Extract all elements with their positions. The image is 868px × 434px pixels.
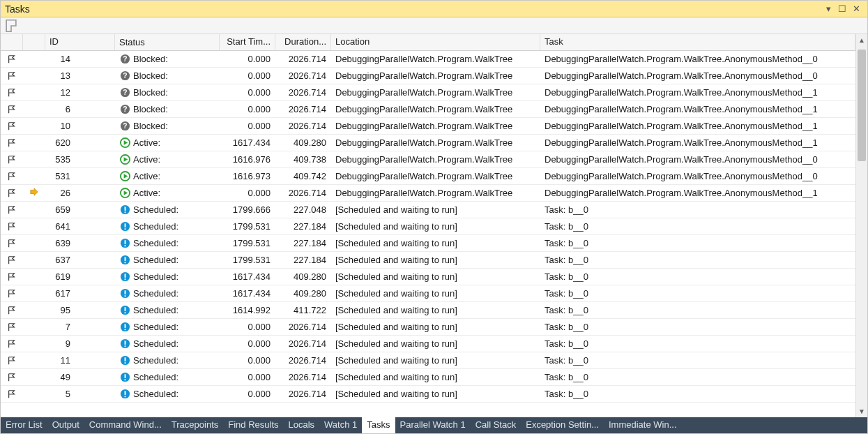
table-row[interactable]: 49Scheduled:0.0002026.714[Scheduled and … (1, 369, 855, 386)
table-row[interactable]: 531Active:1616.973409.742DebuggingParall… (1, 168, 855, 185)
table-row[interactable]: 619Scheduled:1617.434409.280[Scheduled a… (1, 269, 855, 285)
flag-icon[interactable] (1, 54, 23, 64)
table-row[interactable]: 620Active:1617.434409.280DebuggingParall… (1, 135, 855, 151)
tab-output[interactable]: Output (47, 417, 84, 433)
svg-marker-13 (123, 157, 128, 162)
flag-icon[interactable] (1, 172, 23, 181)
tab-locals[interactable]: Locals (284, 417, 320, 433)
tab-find-results[interactable]: Find Results (223, 417, 283, 433)
tab-tracepoints[interactable]: Tracepoints (167, 417, 223, 433)
tab-tasks[interactable]: Tasks (362, 417, 395, 433)
location: [Scheduled and waiting to run] (331, 305, 540, 315)
table-row[interactable]: 659Scheduled:1799.666227.048[Scheduled a… (1, 202, 855, 218)
start-time: 1799.531 (220, 255, 275, 265)
task-status: Scheduled: (115, 288, 220, 299)
table-row[interactable]: 617Scheduled:1617.434409.280[Scheduled a… (1, 285, 855, 302)
table-row[interactable]: 535Active:1616.976409.738DebuggingParall… (1, 151, 855, 168)
status-label: Active: (133, 188, 160, 198)
tab-command-wind[interactable]: Command Wind... (84, 417, 167, 433)
col-id[interactable]: ID (45, 34, 115, 50)
task-id: 617 (45, 288, 115, 299)
table-row[interactable]: 637Scheduled:1799.531227.184[Scheduled a… (1, 252, 855, 269)
flag-icon[interactable] (1, 205, 23, 215)
tab-exception-settin[interactable]: Exception Settin... (521, 417, 604, 433)
scroll-up-icon[interactable]: ▲ (856, 34, 867, 46)
task-status: Scheduled: (115, 204, 220, 216)
table-row[interactable]: 6?Blocked:0.0002026.714DebuggingParallel… (1, 101, 855, 118)
table-row[interactable]: 7Scheduled:0.0002026.714[Scheduled and w… (1, 319, 855, 336)
table-row[interactable]: 641Scheduled:1799.531227.184[Scheduled a… (1, 218, 855, 235)
start-time: 0.000 (220, 70, 275, 81)
flag-icon[interactable] (1, 356, 23, 366)
tab-error-list[interactable]: Error List (1, 417, 47, 433)
titlebar[interactable]: Tasks ▾ ☐ ✕ (1, 1, 867, 17)
duration: 409.280 (275, 137, 331, 148)
table-row[interactable]: 639Scheduled:1799.531227.184[Scheduled a… (1, 235, 855, 252)
scroll-thumb[interactable] (858, 50, 866, 161)
svg-rect-27 (124, 245, 125, 246)
flag-icon[interactable] (1, 188, 23, 198)
task-id: 637 (45, 255, 115, 265)
maximize-button[interactable]: ☐ (835, 3, 849, 15)
flag-icon[interactable] (1, 105, 23, 114)
flag-icon[interactable] (1, 272, 23, 282)
flag-icon[interactable] (1, 71, 23, 81)
col-status[interactable]: Status (115, 34, 220, 50)
flag-icon[interactable] (1, 88, 23, 98)
flag-icon[interactable] (1, 306, 23, 315)
col-location[interactable]: Location (331, 34, 540, 50)
location: DebuggingParallelWatch.Program.WalkTree (331, 154, 540, 165)
status-label: Scheduled: (133, 271, 178, 282)
task-status: Scheduled: (115, 355, 220, 366)
flag-icon[interactable] (1, 289, 23, 299)
close-button[interactable]: ✕ (849, 3, 863, 15)
col-current[interactable] (23, 34, 45, 50)
col-start[interactable]: Start Tim... (220, 34, 275, 50)
start-time: 1799.531 (220, 238, 275, 248)
tab-watch-1[interactable]: Watch 1 (319, 417, 362, 433)
flag-icon[interactable] (1, 255, 23, 265)
table-row[interactable]: 95Scheduled:1614.992411.722[Scheduled an… (1, 302, 855, 319)
table-row[interactable]: 10?Blocked:0.0002026.714DebuggingParalle… (1, 118, 855, 135)
status-label: Blocked: (133, 121, 168, 131)
table-row[interactable]: 26Active:0.0002026.714DebuggingParallelW… (1, 185, 855, 202)
svg-rect-41 (124, 324, 125, 328)
table-row[interactable]: 11Scheduled:0.0002026.714[Scheduled and … (1, 352, 855, 369)
status-label: Blocked: (133, 87, 168, 98)
task-id: 49 (45, 372, 115, 382)
vertical-scrollbar[interactable]: ▲ ▼ (855, 34, 867, 417)
start-time: 1617.434 (220, 271, 275, 282)
table-row[interactable]: 9Scheduled:0.0002026.714[Scheduled and w… (1, 336, 855, 352)
table-row[interactable]: 12?Blocked:0.0002026.714DebuggingParalle… (1, 84, 855, 101)
flag-icon[interactable] (1, 339, 23, 349)
flag-icon[interactable] (1, 322, 23, 332)
task-status: Scheduled: (115, 372, 220, 383)
active-status-icon (119, 137, 130, 149)
flag-icon[interactable] (1, 389, 23, 399)
scheduled-status-icon (119, 372, 130, 383)
col-task[interactable]: Task (540, 34, 855, 50)
task-name: Task: b__0 (540, 389, 855, 399)
task-name: DebuggingParallelWatch.Program.WalkTree.… (540, 188, 855, 198)
flag-icon[interactable] (1, 155, 23, 165)
start-time: 1616.976 (220, 154, 275, 165)
scroll-down-icon[interactable]: ▼ (856, 405, 867, 417)
col-duration[interactable]: Duration... (275, 34, 331, 50)
task-name: DebuggingParallelWatch.Program.WalkTree.… (540, 87, 855, 98)
tab-parallel-watch-1[interactable]: Parallel Watch 1 (395, 417, 471, 433)
tab-immediate-win[interactable]: Immediate Win... (604, 417, 682, 433)
bottom-tabstrip: Error ListOutputCommand Wind...Tracepoin… (1, 417, 867, 433)
tab-call-stack[interactable]: Call Stack (471, 417, 521, 433)
flag-icon[interactable] (1, 138, 23, 148)
flag-icon[interactable] (1, 222, 23, 232)
flag-icon[interactable] (1, 239, 23, 248)
table-row[interactable]: 5Scheduled:0.0002026.714[Scheduled and w… (1, 386, 855, 403)
table-row[interactable]: 13?Blocked:0.0002026.714DebuggingParalle… (1, 68, 855, 84)
flag-icon[interactable] (1, 121, 23, 131)
table-row[interactable]: 14?Blocked:0.0002026.714DebuggingParalle… (1, 51, 855, 68)
flag-icon[interactable] (1, 373, 23, 382)
window-options-button[interactable]: ▾ (821, 3, 835, 15)
col-flag[interactable] (1, 34, 23, 50)
flag-filter-button[interactable] (3, 19, 19, 33)
svg-marker-16 (30, 188, 38, 196)
